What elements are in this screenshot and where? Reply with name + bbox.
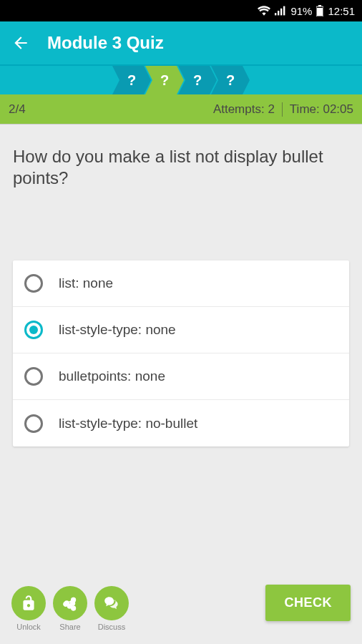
option-label: list-style-type: none	[59, 322, 176, 338]
signal-icon	[275, 6, 286, 16]
discuss-button[interactable]: Discuss	[94, 586, 129, 631]
info-strip: 2/4 Attempts: 2 Time: 02:05	[0, 94, 362, 125]
radio-icon	[24, 274, 43, 293]
svg-rect-2	[280, 9, 282, 16]
svg-rect-6	[317, 8, 323, 16]
option-label: list-style-type: no-bullet	[59, 416, 197, 431]
bottom-bar: Unlock Share Discuss CHECK	[0, 575, 362, 644]
time-label: Time: 02:05	[290, 102, 353, 117]
discuss-icon	[94, 586, 129, 620]
content-area: How do you make a list not display bulle…	[0, 125, 362, 575]
battery-icon	[316, 5, 323, 16]
wifi-icon	[258, 6, 270, 16]
unlock-button[interactable]: Unlock	[11, 586, 46, 631]
check-button[interactable]: CHECK	[265, 585, 351, 621]
unlock-icon	[11, 586, 46, 620]
progress-strip: ? ? ? ?	[0, 66, 362, 94]
svg-rect-0	[275, 13, 276, 15]
discuss-label: Discuss	[98, 623, 126, 631]
page-title: Module 3 Quiz	[47, 33, 164, 53]
progress-step-4[interactable]: ?	[211, 66, 250, 94]
divider	[282, 102, 283, 117]
radio-icon	[24, 321, 43, 339]
radio-icon	[24, 414, 43, 433]
option-2[interactable]: list-style-type: none	[13, 307, 349, 353]
option-label: list: none	[59, 275, 113, 291]
share-icon	[53, 586, 87, 620]
option-3[interactable]: bulletpoints: none	[13, 353, 349, 400]
svg-rect-1	[278, 11, 279, 15]
svg-point-16	[67, 603, 72, 608]
clock-text: 12:51	[328, 5, 355, 17]
option-label: bulletpoints: none	[59, 369, 165, 384]
options-card: list: none list-style-type: none bulletp…	[13, 260, 349, 447]
question-text: How do you make a list not display bulle…	[13, 146, 349, 189]
option-4[interactable]: list-style-type: no-bullet	[13, 400, 349, 447]
back-button[interactable]	[10, 32, 31, 54]
battery-text: 91%	[290, 5, 312, 17]
share-button[interactable]: Share	[53, 586, 87, 631]
share-label: Share	[59, 623, 80, 631]
option-1[interactable]: list: none	[13, 260, 349, 307]
question-counter: 2/4	[9, 102, 213, 117]
svg-rect-3	[283, 6, 285, 16]
status-bar: 91% 12:51	[0, 0, 362, 21]
unlock-label: Unlock	[16, 623, 41, 631]
radio-icon	[24, 367, 43, 386]
attempts-label: Attempts: 2	[213, 102, 275, 117]
app-bar: Module 3 Quiz	[0, 21, 362, 66]
